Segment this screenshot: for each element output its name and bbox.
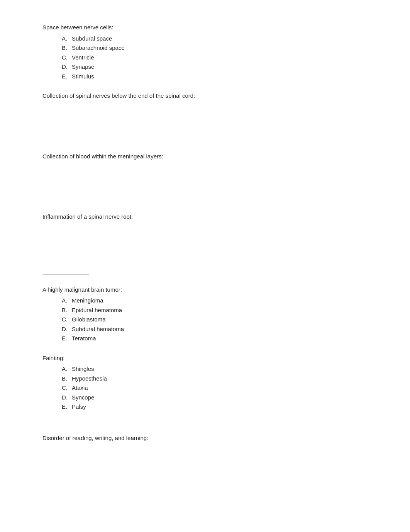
list-item: B. Hypoesthesia <box>62 374 368 383</box>
answer-label: E. <box>62 72 69 81</box>
answer-label: C. <box>62 384 69 393</box>
list-item: A. Meningioma <box>62 296 368 305</box>
list-item: C. Ataxia <box>62 384 368 393</box>
answer-label: D. <box>62 63 69 71</box>
list-item: D. Syncope <box>62 393 368 402</box>
list-item: B. Epidural hematoma <box>62 306 368 315</box>
list-item: E. Palsy <box>62 403 368 411</box>
question-block-q2: Collection of spinal nerves below the en… <box>42 92 368 141</box>
divider-line <box>42 274 89 275</box>
question-text-q4: Inflammation of a spinal nerve root: <box>42 212 368 221</box>
answer-list-q5: A. Meningioma B. Epidural hematoma C. Gl… <box>42 296 368 343</box>
question-text-q1: Space between nerve cells: <box>42 23 368 32</box>
list-item: D. Synapse <box>62 63 368 71</box>
answer-text: Ventricle <box>72 53 94 62</box>
question-block-q7: Disorder of reading, writing, and learni… <box>42 434 368 443</box>
list-item: A. Subdural space <box>62 34 368 43</box>
list-item: B. Subarachnoid space <box>62 44 368 53</box>
answer-text: Palsy <box>72 403 86 411</box>
answer-label: D. <box>62 393 69 402</box>
list-item: E. Stimulus <box>62 72 368 81</box>
answer-text: Shingles <box>72 365 94 374</box>
answer-label: C. <box>62 53 69 62</box>
answer-text: Subdural hematoma <box>72 325 124 334</box>
answer-label: A. <box>62 34 69 43</box>
list-item: A. Shingles <box>62 365 368 374</box>
question-block-q6: Fainting: A. Shingles B. Hypoesthesia C.… <box>42 354 368 411</box>
answer-text: Epidural hematoma <box>72 306 122 315</box>
question-text-q3: Collection of blood within the meningeal… <box>42 152 368 161</box>
answer-text: Subarachnoid space <box>72 44 125 53</box>
answer-text: Teratoma <box>72 334 96 343</box>
spacer-between-q6-q7 <box>42 422 368 434</box>
question-text-q5: A highly malignant brain tumor: <box>42 286 368 294</box>
answer-text: Stimulus <box>72 72 94 81</box>
answer-label: B. <box>62 374 69 383</box>
answer-text: Ataxia <box>72 384 88 393</box>
page-content: Space between nerve cells: A. Subdural s… <box>42 23 368 442</box>
answer-list-q1: A. Subdural space B. Subarachnoid space … <box>42 34 368 81</box>
spacer-q3 <box>42 163 368 202</box>
question-block-q5: A highly malignant brain tumor: A. Menin… <box>42 286 368 343</box>
answer-text: Subdural space <box>72 34 112 43</box>
list-item: E. Teratoma <box>62 334 368 343</box>
list-item: C. Glioblastoma <box>62 315 368 324</box>
answer-label: D. <box>62 325 69 334</box>
answer-label: E. <box>62 403 69 411</box>
question-text-q7: Disorder of reading, writing, and learni… <box>42 434 368 443</box>
answer-text: Syncope <box>72 393 94 402</box>
answer-label: C. <box>62 315 69 324</box>
answer-text: Glioblastoma <box>72 315 106 324</box>
answer-label: E. <box>62 334 69 343</box>
list-item: D. Subdural hematoma <box>62 325 368 334</box>
answer-label: A. <box>62 296 69 305</box>
answer-list-q6: A. Shingles B. Hypoesthesia C. Ataxia D.… <box>42 365 368 411</box>
question-block-q3: Collection of blood within the meningeal… <box>42 152 368 202</box>
spacer-q2 <box>42 103 368 141</box>
question-text-q6: Fainting: <box>42 354 368 363</box>
answer-text: Meningioma <box>72 296 103 305</box>
answer-label: A. <box>62 365 69 374</box>
spacer-q4 <box>42 224 368 274</box>
answer-text: Hypoesthesia <box>72 374 107 383</box>
answer-text: Synapse <box>72 63 94 71</box>
answer-label: B. <box>62 306 69 315</box>
list-item: C. Ventricle <box>62 53 368 62</box>
question-block-q4: Inflammation of a spinal nerve root: <box>42 212 368 275</box>
question-text-q2: Collection of spinal nerves below the en… <box>42 92 368 100</box>
answer-label: B. <box>62 44 69 53</box>
question-block-q1: Space between nerve cells: A. Subdural s… <box>42 23 368 81</box>
